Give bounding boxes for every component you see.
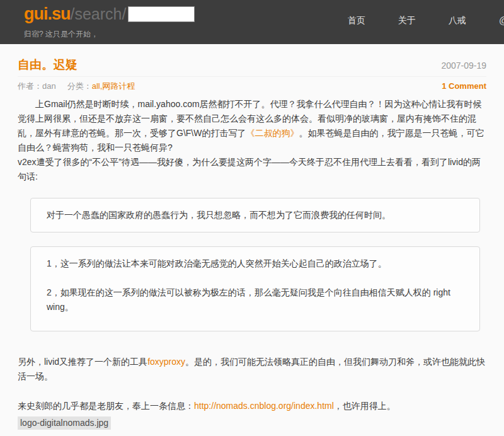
post-meta-row: 作者：dan分类：all,网路计程 1 Comment — [18, 77, 486, 97]
search-input[interactable] — [128, 6, 195, 22]
post-meta: 作者：dan分类：all,网路计程 — [18, 81, 135, 92]
paragraph-3: 另外，livid又推荐了一个新的工具foxyproxy。是的，我们可能无法领略真… — [18, 355, 486, 384]
quote-livid-2: 1，这一系列的做法让本来可能对政治毫无感觉的人突然开始关心起自己的政治立场了。 … — [30, 246, 480, 331]
paragraph-4-tail: ，也许用得上。 — [334, 401, 396, 411]
broken-image-alt-text: logo-digitalnomads.jpg — [18, 416, 111, 430]
category-label: 分类： — [67, 81, 92, 91]
quote-1-text: 对于一个愚蠢的国家政府的愚蠢行为，我只想忽略，而不想为了它而浪费我的任何时间。 — [47, 208, 464, 222]
post-title[interactable]: 自由。迟疑 — [18, 57, 77, 73]
site-logo-text: gui.su — [24, 4, 71, 23]
author-name: dan — [42, 81, 56, 91]
site-header: gui.su/search/ 首页 关于 八戒 @ 归宿? 这只是个开始， — [0, 0, 504, 44]
main-nav: 首页 关于 八戒 @ — [348, 14, 504, 27]
category-links[interactable]: all,网路计程 — [92, 81, 135, 91]
paragraph-4-text: 来史刻郎的几乎都是老朋友，奉上一条信息： — [18, 401, 194, 411]
quote-livid-1: 对于一个愚蠢的国家政府的愚蠢行为，我只想忽略，而不想为了它而浪费我的任何时间。 — [30, 198, 480, 232]
nav-item-home[interactable]: 首页 — [348, 15, 365, 26]
ershu-dog-link[interactable]: 《二叔的狗》 — [246, 128, 299, 138]
quote-2-item-1: 1，这一系列的做法让本来可能对政治毫无感觉的人突然开始关心起自己的政治立场了。 — [47, 256, 464, 271]
post-body: 上Gmail仍然是时断时续，mail.yahoo.com居然都打不开了。代理？我… — [18, 97, 486, 436]
site-logo-path: /search/ — [71, 5, 127, 23]
post-article: 自由。迟疑 2007-09-19 作者：dan分类：all,网路计程 1 Com… — [0, 44, 504, 436]
nav-item-about[interactable]: 关于 — [398, 15, 416, 26]
paragraph-4: 来史刻郎的几乎都是老朋友，奉上一条信息：http://nomads.cnblog… — [18, 399, 486, 413]
quote-2-item-2: 2，如果现在的这一系列的做法可以被称为极左的话，那么毫无疑问我是个向往自由相信天… — [47, 285, 464, 314]
foxyproxy-link[interactable]: foxyproxy — [147, 357, 185, 367]
site-tagline: 归宿? 这只是个开始， — [24, 29, 98, 40]
comments-link[interactable]: 1 Comment — [442, 81, 486, 91]
author-label: 作者： — [18, 81, 42, 91]
paragraph-1: 上Gmail仍然是时断时续，mail.yahoo.com居然都打不开了。代理？我… — [18, 97, 486, 155]
post-title-row: 自由。迟疑 2007-09-19 — [18, 57, 486, 77]
nomads-url-link[interactable]: http://nomads.cnblog.org/index.html — [194, 401, 334, 411]
at-icon[interactable]: @ — [499, 14, 504, 27]
paragraph-2: v2ex遭受了很多的“不公平”待遇——我好傻，为什么要提这两个字——今天终于忍不… — [18, 155, 486, 184]
post-date: 2007-09-19 — [441, 60, 486, 71]
paragraph-3-text: 另外，livid又推荐了一个新的工具 — [18, 357, 147, 367]
nav-item-bajie[interactable]: 八戒 — [449, 15, 466, 26]
site-logo[interactable]: gui.su/search/ — [24, 4, 126, 24]
